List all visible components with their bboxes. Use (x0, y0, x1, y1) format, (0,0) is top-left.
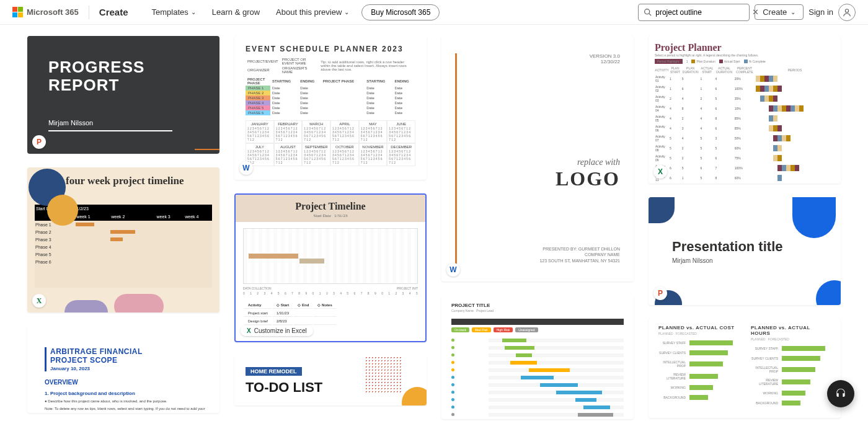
template-event-schedule[interactable]: EVENT SCHEDULE PLANNER 2023 PROJECT/EVEN… (234, 36, 427, 180)
nav-about[interactable]: About this preview⌄ (276, 7, 349, 17)
template-four-week-timeline[interactable]: four week project timeline Start Date:1/… (27, 167, 219, 312)
header: Microsoft 365 Create Templates⌄ Learn & … (0, 0, 868, 25)
author: Mirjam Nilsson (672, 257, 782, 264)
microsoft-icon (12, 7, 23, 17)
gallery-column: VERSION 3.0 12/30/22 replace with LOGO P… (441, 36, 634, 419)
headset-icon (835, 388, 847, 400)
search-box[interactable]: ✕ (638, 4, 750, 21)
template-arbitrage-scope[interactable]: ARBITRAGE FINANCIAL PROJECT SCOPE Januar… (27, 326, 219, 413)
nav-about-label: About this preview (276, 7, 342, 17)
gallery-column: PROGRESSREPORT Mirjam Nilsson P four wee… (27, 36, 219, 413)
title-line: REPORT (48, 76, 119, 94)
title: EVENT SCHEDULE PLANNER 2023 (246, 45, 415, 53)
template-logo-cover[interactable]: VERSION 3.0 12/30/22 replace with LOGO P… (441, 36, 634, 281)
svg-point-0 (645, 9, 650, 14)
excel-icon: X (247, 327, 251, 334)
svg-line-1 (649, 14, 651, 16)
search-input[interactable] (655, 8, 748, 17)
nav-templates[interactable]: Templates⌄ (152, 7, 196, 17)
title: Presentation title (672, 239, 782, 255)
nav: Templates⌄ Learn & grow About this previ… (152, 7, 350, 17)
label: HOME REMODEL (246, 367, 302, 376)
divider (89, 6, 89, 19)
template-gallery: PROGRESSREPORT Mirjam Nilsson P four wee… (0, 25, 868, 421)
template-planned-actual[interactable]: PLANNED vs. ACTUAL COST PLANNED FORECAST… (649, 319, 841, 418)
create-link[interactable]: Create (99, 7, 128, 17)
excel-icon: X (653, 165, 667, 179)
template-project-gantt[interactable]: PROJECT TITLE Company Name · Project Lea… (441, 295, 634, 419)
template-presentation-title[interactable]: Presentation title Mirjam Nilsson P (649, 197, 841, 305)
word-icon: W (239, 161, 253, 175)
profile-button[interactable] (838, 4, 856, 21)
chevron-down-icon: ⌄ (790, 9, 795, 16)
word-icon: W (446, 263, 460, 277)
brand-text: Microsoft 365 (27, 7, 79, 17)
help-fab[interactable] (827, 380, 854, 407)
nav-learn-label: Learn & grow (212, 7, 260, 17)
template-project-planner[interactable]: Project Planner Select a period to highl… (649, 36, 841, 184)
title-line: PROGRESS (48, 58, 144, 76)
title: Project Timeline (236, 201, 425, 212)
create-dropdown-label: Create (763, 7, 787, 17)
title: Project Planner (655, 42, 835, 53)
gallery-column: Project Planner Select a period to highl… (649, 36, 841, 418)
person-icon (843, 8, 851, 17)
excel-icon: X (32, 294, 46, 308)
template-project-timeline[interactable]: Project Timeline Start Date 1/31/23 DATA… (234, 193, 427, 342)
search-icon (644, 8, 652, 16)
create-dropdown[interactable]: Create⌄ (755, 4, 804, 20)
author: Mirjam Nilsson (48, 119, 198, 126)
nav-templates-label: Templates (152, 7, 188, 17)
chevron-down-icon: ⌄ (344, 9, 349, 16)
customize-chip[interactable]: XCustomize in Excel (241, 326, 313, 336)
signin-link[interactable]: Sign in (808, 7, 833, 17)
chevron-down-icon: ⌄ (191, 9, 196, 16)
svg-point-2 (845, 9, 848, 12)
template-progress-report[interactable]: PROGRESSREPORT Mirjam Nilsson P (27, 36, 219, 154)
template-home-remodel[interactable]: HOME REMODEL TO-DO LIST (234, 356, 427, 405)
brand-logo[interactable]: Microsoft 365 (12, 7, 79, 17)
powerpoint-icon: P (653, 286, 667, 300)
buy-button[interactable]: Buy Microsoft 365 (361, 4, 440, 20)
powerpoint-icon: P (32, 135, 46, 149)
gallery-column: EVENT SCHEDULE PLANNER 2023 PROJECT/EVEN… (234, 36, 427, 405)
title: four week project timeline (66, 175, 212, 187)
nav-learn[interactable]: Learn & grow (212, 7, 260, 17)
